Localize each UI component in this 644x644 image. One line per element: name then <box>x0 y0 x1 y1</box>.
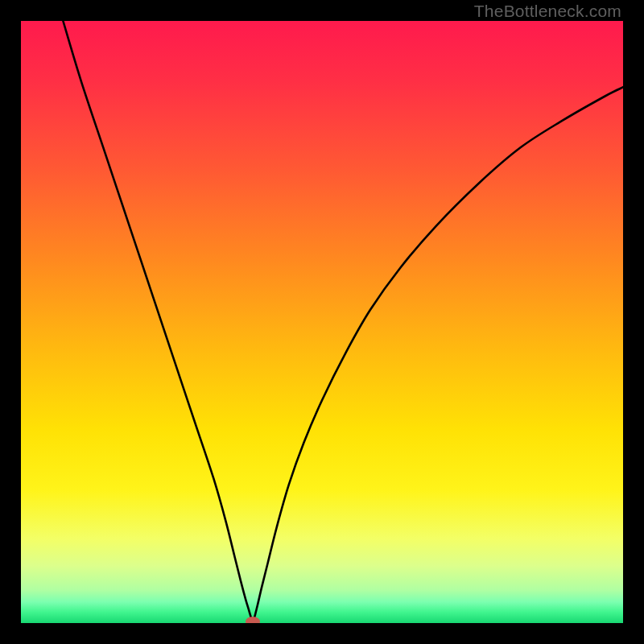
chart-svg <box>21 21 623 623</box>
plot-frame <box>21 21 623 623</box>
chart-background-gradient <box>21 21 623 623</box>
watermark-text: TheBottleneck.com <box>474 2 621 21</box>
